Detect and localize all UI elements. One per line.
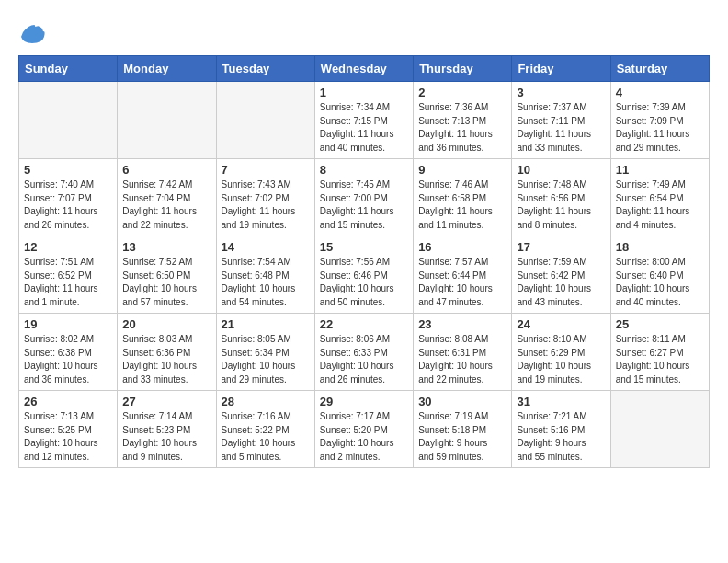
- weekday-header: Friday: [512, 56, 610, 82]
- calendar-cell: 11Sunrise: 7:49 AM Sunset: 6:54 PM Dayli…: [610, 159, 709, 236]
- day-number: 31: [517, 395, 605, 408]
- day-number: 14: [222, 240, 310, 254]
- calendar-cell: [610, 391, 709, 468]
- day-number: 13: [122, 240, 210, 254]
- day-info: Sunrise: 7:19 AM Sunset: 5:18 PM Dayligh…: [418, 410, 506, 464]
- calendar-cell: 7Sunrise: 7:43 AM Sunset: 7:02 PM Daylig…: [216, 159, 314, 236]
- calendar-cell: 5Sunrise: 7:40 AM Sunset: 7:07 PM Daylig…: [19, 159, 118, 236]
- day-number: 16: [418, 240, 506, 254]
- calendar-cell: 27Sunrise: 7:14 AM Sunset: 5:23 PM Dayli…: [118, 391, 216, 468]
- day-info: Sunrise: 7:13 AM Sunset: 5:25 PM Dayligh…: [24, 410, 112, 464]
- day-info: Sunrise: 8:10 AM Sunset: 6:29 PM Dayligh…: [517, 333, 605, 386]
- day-number: 15: [320, 240, 408, 254]
- day-info: Sunrise: 7:37 AM Sunset: 7:11 PM Dayligh…: [517, 101, 605, 155]
- calendar-cell: [19, 82, 118, 159]
- calendar-cell: 21Sunrise: 8:05 AM Sunset: 6:34 PM Dayli…: [216, 314, 314, 391]
- day-info: Sunrise: 7:21 AM Sunset: 5:16 PM Dayligh…: [517, 410, 605, 464]
- calendar-week-row: 5Sunrise: 7:40 AM Sunset: 7:07 PM Daylig…: [19, 159, 710, 236]
- day-number: 3: [517, 86, 605, 99]
- day-info: Sunrise: 7:42 AM Sunset: 7:04 PM Dayligh…: [122, 178, 210, 232]
- day-number: 25: [616, 317, 704, 331]
- day-info: Sunrise: 8:05 AM Sunset: 6:34 PM Dayligh…: [222, 333, 310, 386]
- day-info: Sunrise: 7:54 AM Sunset: 6:48 PM Dayligh…: [222, 256, 310, 309]
- calendar-cell: 1Sunrise: 7:34 AM Sunset: 7:15 PM Daylig…: [314, 82, 413, 159]
- day-info: Sunrise: 8:06 AM Sunset: 6:33 PM Dayligh…: [320, 333, 408, 386]
- day-info: Sunrise: 7:46 AM Sunset: 6:58 PM Dayligh…: [418, 178, 506, 232]
- calendar-cell: [216, 82, 314, 159]
- day-number: 6: [122, 163, 210, 177]
- calendar-cell: 23Sunrise: 8:08 AM Sunset: 6:31 PM Dayli…: [414, 314, 512, 391]
- calendar-cell: 6Sunrise: 7:42 AM Sunset: 7:04 PM Daylig…: [118, 159, 216, 236]
- weekday-header: Wednesday: [314, 56, 413, 82]
- calendar-cell: 13Sunrise: 7:52 AM Sunset: 6:50 PM Dayli…: [118, 236, 216, 314]
- day-info: Sunrise: 7:57 AM Sunset: 6:44 PM Dayligh…: [418, 256, 506, 309]
- calendar-cell: 10Sunrise: 7:48 AM Sunset: 6:56 PM Dayli…: [512, 159, 610, 236]
- page-header: [18, 18, 710, 46]
- day-info: Sunrise: 7:17 AM Sunset: 5:20 PM Dayligh…: [320, 410, 408, 464]
- day-number: 24: [517, 317, 605, 331]
- calendar-cell: 3Sunrise: 7:37 AM Sunset: 7:11 PM Daylig…: [512, 82, 610, 159]
- weekday-header: Tuesday: [216, 56, 314, 82]
- day-info: Sunrise: 7:45 AM Sunset: 7:00 PM Dayligh…: [320, 178, 408, 232]
- day-info: Sunrise: 7:39 AM Sunset: 7:09 PM Dayligh…: [616, 101, 704, 155]
- calendar-cell: 18Sunrise: 8:00 AM Sunset: 6:40 PM Dayli…: [610, 236, 709, 314]
- day-number: 5: [24, 163, 112, 177]
- calendar-cell: [118, 82, 216, 159]
- calendar-cell: 25Sunrise: 8:11 AM Sunset: 6:27 PM Dayli…: [610, 314, 709, 391]
- weekday-header-row: SundayMondayTuesdayWednesdayThursdayFrid…: [19, 56, 710, 82]
- calendar-cell: 19Sunrise: 8:02 AM Sunset: 6:38 PM Dayli…: [19, 314, 118, 391]
- day-number: 1: [320, 86, 408, 99]
- calendar-week-row: 19Sunrise: 8:02 AM Sunset: 6:38 PM Dayli…: [19, 314, 710, 391]
- day-info: Sunrise: 7:43 AM Sunset: 7:02 PM Dayligh…: [222, 178, 310, 232]
- day-number: 2: [418, 86, 506, 99]
- day-info: Sunrise: 8:03 AM Sunset: 6:36 PM Dayligh…: [122, 333, 210, 386]
- logo-icon: [18, 18, 46, 46]
- calendar-cell: 8Sunrise: 7:45 AM Sunset: 7:00 PM Daylig…: [314, 159, 413, 236]
- day-info: Sunrise: 7:16 AM Sunset: 5:22 PM Dayligh…: [222, 410, 310, 464]
- day-number: 20: [122, 317, 210, 331]
- logo: [18, 18, 50, 46]
- day-number: 19: [24, 317, 112, 331]
- day-number: 9: [418, 163, 506, 177]
- day-number: 30: [418, 395, 506, 408]
- calendar-cell: 9Sunrise: 7:46 AM Sunset: 6:58 PM Daylig…: [414, 159, 512, 236]
- day-info: Sunrise: 7:14 AM Sunset: 5:23 PM Dayligh…: [122, 410, 210, 464]
- day-number: 4: [616, 86, 704, 99]
- calendar-cell: 28Sunrise: 7:16 AM Sunset: 5:22 PM Dayli…: [216, 391, 314, 468]
- weekday-header: Saturday: [610, 56, 709, 82]
- day-info: Sunrise: 7:59 AM Sunset: 6:42 PM Dayligh…: [517, 256, 605, 309]
- day-number: 26: [24, 395, 112, 408]
- calendar-week-row: 1Sunrise: 7:34 AM Sunset: 7:15 PM Daylig…: [19, 82, 710, 159]
- day-number: 7: [222, 163, 310, 177]
- calendar-cell: 16Sunrise: 7:57 AM Sunset: 6:44 PM Dayli…: [414, 236, 512, 314]
- day-info: Sunrise: 8:00 AM Sunset: 6:40 PM Dayligh…: [616, 256, 704, 309]
- day-info: Sunrise: 8:02 AM Sunset: 6:38 PM Dayligh…: [24, 333, 112, 386]
- day-number: 11: [616, 163, 704, 177]
- calendar-cell: 24Sunrise: 8:10 AM Sunset: 6:29 PM Dayli…: [512, 314, 610, 391]
- calendar-week-row: 12Sunrise: 7:51 AM Sunset: 6:52 PM Dayli…: [19, 236, 710, 314]
- day-number: 18: [616, 240, 704, 254]
- calendar-cell: 2Sunrise: 7:36 AM Sunset: 7:13 PM Daylig…: [414, 82, 512, 159]
- weekday-header: Thursday: [414, 56, 512, 82]
- day-number: 28: [222, 395, 310, 408]
- day-number: 23: [418, 317, 506, 331]
- day-number: 8: [320, 163, 408, 177]
- calendar-cell: 31Sunrise: 7:21 AM Sunset: 5:16 PM Dayli…: [512, 391, 610, 468]
- day-info: Sunrise: 7:52 AM Sunset: 6:50 PM Dayligh…: [122, 256, 210, 309]
- calendar-cell: 30Sunrise: 7:19 AM Sunset: 5:18 PM Dayli…: [414, 391, 512, 468]
- calendar-cell: 14Sunrise: 7:54 AM Sunset: 6:48 PM Dayli…: [216, 236, 314, 314]
- weekday-header: Sunday: [19, 56, 118, 82]
- day-info: Sunrise: 7:40 AM Sunset: 7:07 PM Dayligh…: [24, 178, 112, 232]
- calendar-cell: 15Sunrise: 7:56 AM Sunset: 6:46 PM Dayli…: [314, 236, 413, 314]
- day-info: Sunrise: 8:08 AM Sunset: 6:31 PM Dayligh…: [418, 333, 506, 386]
- day-info: Sunrise: 7:51 AM Sunset: 6:52 PM Dayligh…: [24, 256, 112, 309]
- day-number: 17: [517, 240, 605, 254]
- calendar-cell: 22Sunrise: 8:06 AM Sunset: 6:33 PM Dayli…: [314, 314, 413, 391]
- day-info: Sunrise: 7:49 AM Sunset: 6:54 PM Dayligh…: [616, 178, 704, 232]
- day-number: 22: [320, 317, 408, 331]
- day-number: 21: [222, 317, 310, 331]
- calendar-cell: 12Sunrise: 7:51 AM Sunset: 6:52 PM Dayli…: [19, 236, 118, 314]
- calendar-cell: 29Sunrise: 7:17 AM Sunset: 5:20 PM Dayli…: [314, 391, 413, 468]
- calendar-cell: 26Sunrise: 7:13 AM Sunset: 5:25 PM Dayli…: [19, 391, 118, 468]
- calendar-cell: 17Sunrise: 7:59 AM Sunset: 6:42 PM Dayli…: [512, 236, 610, 314]
